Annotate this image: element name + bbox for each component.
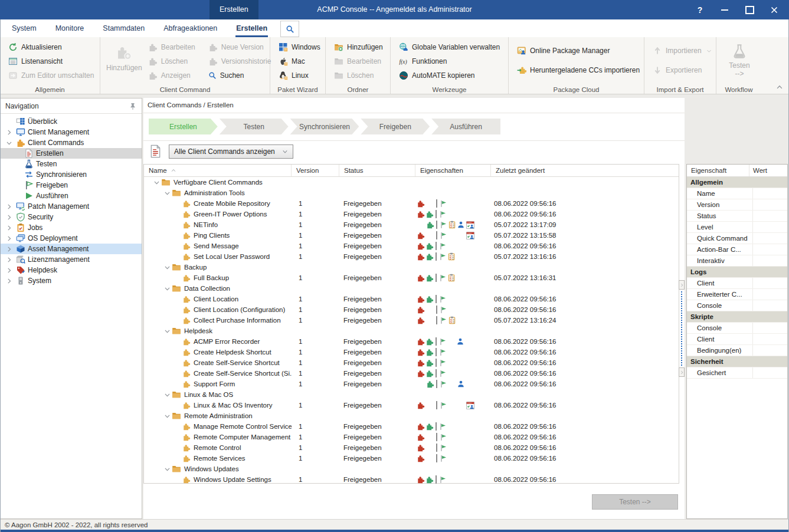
nav-item-security[interactable]: Security bbox=[1, 212, 142, 222]
properties-column-eigenschaft[interactable]: Eigenschaft bbox=[687, 165, 749, 176]
nav-item-patch-management[interactable]: Patch Management bbox=[1, 201, 142, 212]
property-row-erweiterter-c[interactable]: Erweiterter C... bbox=[687, 289, 787, 300]
paket-mac-button[interactable]: Mac bbox=[276, 54, 323, 68]
nav-item-asset-management[interactable]: Asset Management bbox=[1, 244, 142, 254]
nav-item-synchronisieren[interactable]: Synchronisieren bbox=[1, 169, 142, 180]
column-header-status[interactable]: Status bbox=[339, 165, 415, 176]
table-row-remote-control[interactable]: Remote Control1Freigegeben08.06.2022 09:… bbox=[144, 442, 679, 453]
funktionen-button[interactable]: Funktionen bbox=[397, 54, 506, 68]
suchen-button[interactable]: Suchen bbox=[206, 68, 274, 83]
table-row-remote-services[interactable]: Remote Services1Freigegeben08.06.2022 09… bbox=[144, 453, 679, 464]
table-row-verfügbare-client-commands[interactable]: Verfügbare Client Commands bbox=[144, 177, 679, 188]
property-section-allgemein[interactable]: Allgemein bbox=[687, 177, 787, 188]
property-row-name[interactable]: Name bbox=[687, 188, 787, 199]
globale-variablen-button[interactable]: Globale Variablen verwalten bbox=[397, 40, 506, 54]
expand-icon[interactable] bbox=[4, 212, 14, 222]
nav-item-jobs[interactable]: Jobs bbox=[1, 222, 142, 233]
splitter-track[interactable] bbox=[681, 291, 682, 366]
maximize-button[interactable] bbox=[737, 0, 762, 19]
table-row-client-location-configuration[interactable]: Client Location (Configuration)1Freigege… bbox=[144, 304, 679, 315]
table-row-create-mobile-repository[interactable]: Create Mobile Repository1Freigegeben08.0… bbox=[144, 198, 679, 209]
nav-item-client-management[interactable]: Client Management bbox=[1, 127, 142, 137]
table-row-support-form[interactable]: Support Form1Freigegeben08.06.2022 09:56… bbox=[144, 379, 679, 389]
expand-icon[interactable] bbox=[4, 255, 14, 264]
collapse-icon[interactable] bbox=[162, 262, 172, 272]
column-header-eigenschaften[interactable]: Eigenschaften bbox=[415, 165, 491, 176]
expand-icon[interactable] bbox=[4, 202, 14, 211]
workflow-step-testen[interactable]: Testen bbox=[220, 119, 289, 134]
table-row-manage-remote-control-service[interactable]: Manage Remote Control Service1Freigegebe… bbox=[144, 421, 679, 432]
bearbeiten-button[interactable]: Bearbeiten bbox=[146, 40, 206, 54]
table-row-netinfo[interactable]: NETinfo1Freigegeben05.07.2022 13:17:09 bbox=[144, 219, 679, 230]
table-row-client-location[interactable]: Client Location1Freigegeben08.06.2022 09… bbox=[144, 294, 679, 304]
ribbon-collapse-button[interactable] bbox=[776, 83, 783, 91]
table-row-full-backup[interactable]: Full Backup1Freigegeben05.07.2022 13:16:… bbox=[144, 272, 679, 283]
workflow-step-ausführen[interactable]: Ausführen bbox=[431, 119, 500, 134]
table-row-set-local-user-password[interactable]: Set Local User Password1Freigegeben05.07… bbox=[144, 251, 679, 262]
zum-editor-umschalten-button[interactable]: Zum Editor umschalten bbox=[6, 68, 97, 83]
nav-item-client-commands[interactable]: Client Commands bbox=[1, 137, 142, 148]
property-row-client[interactable]: Client bbox=[687, 278, 787, 289]
expand-icon[interactable] bbox=[4, 223, 14, 232]
property-row-version[interactable]: Version bbox=[687, 199, 787, 211]
aktualisieren-button[interactable]: Aktualisieren bbox=[6, 40, 97, 54]
menu-search-button[interactable] bbox=[280, 21, 299, 37]
nav-item-ausführen[interactable]: Ausführen bbox=[1, 191, 142, 201]
cc-importieren-button[interactable]: Heruntergeladene CCs importieren bbox=[515, 63, 641, 77]
nav-item-system[interactable]: System bbox=[1, 275, 142, 286]
table-row-windows-update-settings[interactable]: Windows Update Settings1Freigegeben08.06… bbox=[144, 474, 679, 485]
property-row-interaktiv[interactable]: Interaktiv bbox=[687, 255, 787, 267]
table-row-send-message[interactable]: Send Message1Freigegeben08.06.2022 09:56… bbox=[144, 241, 679, 251]
anzeigen-button[interactable]: Anzeigen bbox=[146, 68, 206, 83]
table-row-helpdesk[interactable]: Helpdesk bbox=[144, 326, 679, 336]
expand-icon[interactable] bbox=[4, 244, 14, 254]
table-row-data-collection[interactable]: Data Collection bbox=[144, 283, 679, 294]
paket-linux-button[interactable]: Linux bbox=[276, 68, 323, 83]
exportieren-button[interactable]: Exportieren bbox=[650, 63, 713, 77]
nav-item-testen[interactable]: Testen bbox=[1, 159, 142, 169]
splitter-collapse-top[interactable] bbox=[679, 280, 685, 290]
workflow-testen-button[interactable]: Testen --> bbox=[722, 40, 757, 78]
property-section-logs[interactable]: Logs bbox=[687, 267, 787, 278]
nav-item-freigeben[interactable]: Freigeben bbox=[1, 180, 142, 191]
menu-item-erstellen[interactable]: Erstellen bbox=[227, 19, 277, 37]
property-row-action-bar-c[interactable]: Action-Bar C... bbox=[687, 244, 787, 255]
expand-icon[interactable] bbox=[4, 276, 14, 285]
neue-version-button[interactable]: Neue Version bbox=[206, 40, 274, 54]
collapse-icon[interactable] bbox=[162, 326, 172, 336]
ordner-loeschen-button[interactable]: Löschen bbox=[332, 68, 388, 83]
table-row-green-it-power-options[interactable]: Green-IT Power Options1Freigegeben08.06.… bbox=[144, 209, 679, 219]
minimize-button[interactable] bbox=[712, 0, 737, 19]
column-header-version[interactable]: Version bbox=[292, 165, 339, 176]
menu-item-stammdaten[interactable]: Stammdaten bbox=[93, 19, 154, 37]
table-row-windows-updates[interactable]: Windows Updates bbox=[144, 464, 679, 474]
loeschen-button[interactable]: Löschen bbox=[146, 54, 206, 68]
workflow-step-erstellen[interactable]: Erstellen bbox=[149, 119, 218, 134]
table-row-linux-mac-os-inventory[interactable]: Linux & Mac OS Inventory1Freigegeben08.0… bbox=[144, 400, 679, 411]
property-row-client[interactable]: Client bbox=[687, 334, 787, 345]
collapse-icon[interactable] bbox=[4, 138, 14, 147]
collapse-icon[interactable] bbox=[152, 178, 161, 187]
table-row-remote-administration[interactable]: Remote Administration bbox=[144, 411, 679, 421]
table-row-linux-mac-os[interactable]: Linux & Mac OS bbox=[144, 389, 679, 400]
column-header-name[interactable]: Name bbox=[144, 165, 292, 176]
property-row-quick-command[interactable]: Quick Command bbox=[687, 233, 787, 244]
nav-item-lizenzmanagement[interactable]: Lizenzmanagement bbox=[1, 254, 142, 265]
close-button[interactable] bbox=[762, 0, 787, 19]
property-row-console[interactable]: Console bbox=[687, 323, 787, 334]
paket-windows-button[interactable]: Windows bbox=[276, 40, 323, 54]
collapse-icon[interactable] bbox=[162, 188, 172, 198]
splitter-collapse-bottom[interactable] bbox=[679, 367, 685, 377]
properties-column-wert[interactable]: Wert bbox=[749, 165, 787, 176]
table-row-ping-clients[interactable]: Ping Clients1Freigegeben05.07.2022 13:15… bbox=[144, 230, 679, 241]
automate-kopieren-button[interactable]: AutoMATE kopieren bbox=[397, 68, 506, 83]
expand-icon[interactable] bbox=[4, 265, 14, 275]
ordner-bearbeiten-button[interactable]: Bearbeiten bbox=[332, 54, 388, 68]
property-row-gesichert[interactable]: Gesichert bbox=[687, 367, 787, 379]
property-row-status[interactable]: Status bbox=[687, 211, 787, 222]
property-row-console[interactable]: Console bbox=[687, 300, 787, 311]
menu-item-system[interactable]: System bbox=[2, 19, 46, 37]
collapse-icon[interactable] bbox=[162, 284, 172, 293]
help-button[interactable]: ? bbox=[687, 0, 712, 19]
property-row-level[interactable]: Level bbox=[687, 222, 787, 233]
